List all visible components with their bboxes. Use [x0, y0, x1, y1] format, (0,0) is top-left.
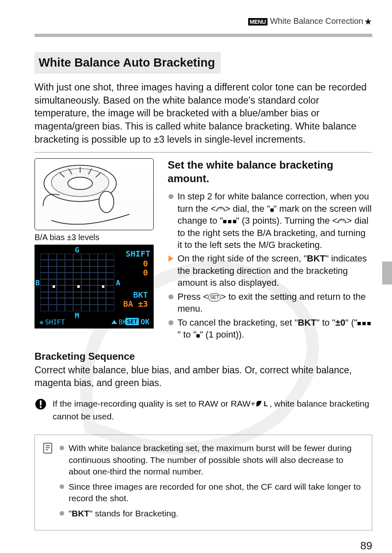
sequence-body: Correct white balance, blue bias, and am…: [35, 364, 372, 389]
star-icon: ★: [364, 16, 372, 27]
svg-rect-20: [40, 400, 42, 405]
svg-line-12: [222, 208, 222, 210]
jpeg-large-icon: L: [256, 399, 270, 410]
header-rule: [35, 34, 372, 37]
running-header: MENU White Balance Correction★: [35, 16, 372, 30]
lcd-ba-amount: BA ±3: [123, 299, 148, 309]
lcd-ok-text: OK: [141, 317, 150, 326]
li-text: " (": [345, 317, 357, 328]
lcd-readout-2: 0: [143, 268, 148, 278]
lcd-set-ok: SET OK: [125, 317, 150, 326]
main-dial-icon: [337, 215, 346, 221]
menu-badge: MENU: [248, 18, 267, 25]
list-item: On the right side of the screen, "BKT" i…: [168, 252, 372, 289]
main-dial-icon: [216, 203, 225, 209]
single-point-icon: [270, 208, 274, 212]
li-text: To cancel the bracketing, set ": [178, 317, 298, 328]
note-item: With white balance bracketing set, the m…: [60, 442, 364, 478]
info-note-box: With white balance bracketing set, the m…: [35, 435, 372, 530]
svg-point-8: [99, 191, 114, 213]
note-icon: [42, 442, 54, 454]
lcd-shift-label: SHIFT: [126, 249, 150, 259]
note-item: Since three images are recorded for one …: [60, 481, 364, 504]
svg-line-10: [219, 208, 219, 210]
lcd-axis-b: B: [35, 278, 40, 287]
list-item: In step 2 for white balance correction, …: [168, 190, 372, 251]
lcd-axis-a: A: [116, 278, 120, 287]
illustration-caption: B/A bias ±3 levels: [35, 233, 156, 242]
note-item: "BKT" stands for Bracketing.: [60, 508, 364, 520]
lcd-screenshot: G B A M SHIFT 0: [35, 245, 154, 329]
li-text: On the right side of the screen, ": [178, 253, 307, 264]
section-divider: [35, 152, 372, 153]
svg-line-17: [343, 220, 344, 222]
warning-text: If the image-recording quality is set to…: [53, 399, 256, 408]
svg-line-14: [339, 222, 339, 223]
li-text: " to ": [316, 317, 335, 328]
svg-line-13: [223, 210, 224, 211]
svg-line-15: [340, 220, 341, 222]
note-bold: BKT: [71, 509, 89, 518]
lcd-axis-g: G: [75, 245, 79, 254]
set-button-icon: SET: [208, 294, 221, 301]
lcd-bottom-shift: ✥ SHIFT: [39, 318, 65, 326]
li-bold: ±0: [335, 317, 345, 328]
page-number: 89: [35, 539, 372, 552]
li-text: " to ": [178, 329, 196, 340]
lcd-readout-1: 0: [143, 259, 148, 268]
warning-note: If the image-recording quality is set to…: [35, 396, 372, 424]
sequence-heading: Bracketing Sequence: [35, 351, 372, 362]
header-title: White Balance Correction: [270, 16, 363, 25]
li-bold: BKT: [307, 253, 325, 264]
note-text: " stands for Bracketing.: [90, 509, 178, 518]
intro-paragraph: With just one shot, three images having …: [35, 81, 372, 146]
list-item: Press <SET> to exit the setting and retu…: [168, 291, 372, 315]
svg-line-18: [344, 222, 345, 223]
instruction-list: In step 2 for white balance correction, …: [168, 190, 372, 341]
lcd-axis-m: M: [75, 311, 79, 320]
svg-point-7: [68, 177, 92, 190]
step-heading: Set the white balance bracketing amount.: [168, 158, 372, 186]
li-text: Press <: [178, 292, 208, 302]
li-text: " (3 points). Turning the <: [236, 215, 338, 226]
three-points-icon: [223, 220, 236, 223]
list-item: To cancel the bracketing, set "BKT" to "…: [168, 317, 372, 341]
three-points-icon: [357, 322, 371, 325]
lcd-bottom-shift-text: SHIFT: [45, 318, 65, 326]
single-point-icon: [196, 334, 200, 338]
caution-icon: [35, 398, 47, 410]
li-bold: BKT: [298, 317, 316, 328]
lcd-set-pill: SET: [125, 318, 139, 325]
lcd-grid: [40, 254, 114, 311]
lcd-bkt-label: BKT: [133, 290, 148, 300]
svg-rect-21: [40, 406, 42, 408]
svg-text:L: L: [264, 400, 268, 407]
camera-dial-illustration: [35, 158, 154, 230]
svg-line-9: [217, 210, 218, 211]
li-text: > dial, the ": [225, 204, 270, 214]
thumb-tab: [382, 261, 392, 285]
li-text: " (1 point)).: [200, 329, 244, 340]
section-title: White Balance Auto Bracketing: [35, 52, 221, 74]
